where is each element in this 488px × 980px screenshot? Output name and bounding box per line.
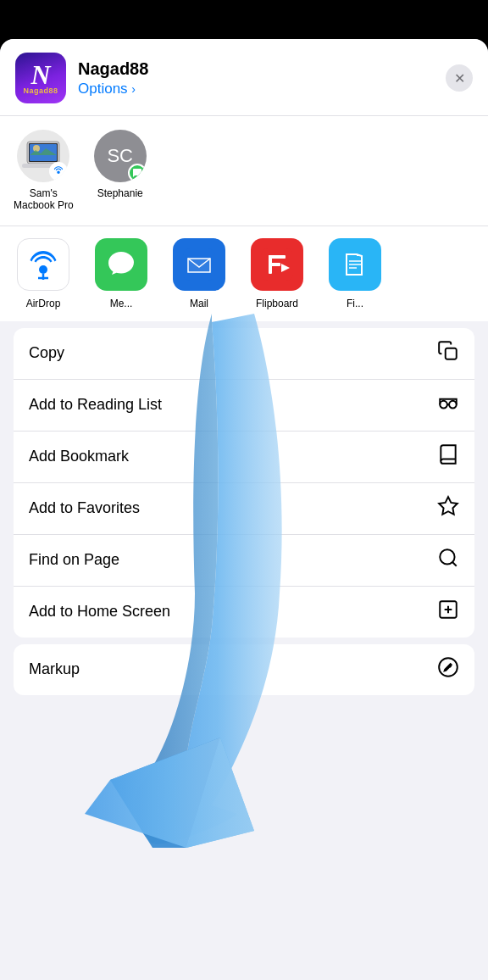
options-link[interactable]: Options › [78,81,434,97]
message-badge [128,164,147,182]
files-icon-svg [340,249,370,280]
mail-label: Mail [190,298,208,309]
app-icon-brand: Nagad88 [23,86,58,95]
share-sheet: N Nagad88 Nagad88 Options › ✕ [0,39,488,980]
find-icon [437,547,459,574]
pen-circle-icon-svg [437,656,459,678]
app-title: Nagad88 [78,59,434,79]
close-button[interactable]: ✕ [446,64,473,92]
app-item-airdrop[interactable]: AirDrop [14,238,73,309]
sheet-header: N Nagad88 Nagad88 Options › ✕ [0,39,488,116]
menu-section-1: Copy Add to Reading List A [14,328,474,638]
airdrop-icon-svg [26,248,60,281]
svg-rect-19 [446,348,457,359]
search-icon-svg [437,547,459,569]
add-home-screen-label: Add to Home Screen [29,603,170,621]
menu-item-markup[interactable]: Markup [14,644,474,695]
bookmark-icon [437,443,459,471]
apps-row: AirDrop Me... Mail [0,226,488,328]
flipboard-icon-svg [261,248,293,281]
avatar-initials-sc: SC [107,145,133,167]
app-icon-letter: N [30,61,50,88]
favorites-icon [437,495,459,522]
person-name-stephanie: Stephanie [97,187,143,199]
files-app-icon [329,238,381,291]
menu-section-2: Markup [14,644,474,695]
files-label: Fi... [347,298,363,309]
message-badge-icon [132,168,142,178]
markup-label: Markup [29,660,80,678]
options-chevron: › [131,82,136,96]
star-icon-svg [437,495,459,517]
person-item-stephanie[interactable]: SC Stephanie [91,130,150,212]
airdrop-label: AirDrop [26,298,61,309]
menu-item-add-favorites[interactable]: Add to Favorites [14,483,474,535]
reading-list-label: Add to Reading List [29,396,162,414]
svg-point-21 [449,401,457,409]
menu-item-copy[interactable]: Copy [14,328,474,380]
svg-rect-12 [269,263,280,266]
copy-icon [437,340,459,367]
app-item-messages[interactable]: Me... [92,238,151,309]
svg-marker-23 [439,497,458,515]
airdrop-app-icon [17,238,69,291]
menu-item-find-on-page[interactable]: Find on Page [14,535,474,587]
app-item-files[interactable]: Fi... [325,238,385,309]
person-name-macbook: Sam'sMacbook Pro [14,187,74,212]
people-row: Sam'sMacbook Pro SC Stephanie [0,116,488,226]
home-screen-icon [437,599,459,626]
messages-icon-svg [106,249,136,280]
book-icon-svg [437,443,459,465]
mail-app-icon [173,238,225,291]
add-favorites-label: Add to Favorites [29,499,140,517]
menu-item-reading-list[interactable]: Add to Reading List [14,380,474,432]
svg-line-25 [452,562,457,566]
flipboard-app-icon [251,238,303,291]
messages-app-icon [95,238,147,291]
app-item-flipboard[interactable]: Flipboard [247,238,307,309]
header-text: Nagad88 Options › [78,59,434,97]
copy-label: Copy [29,344,64,362]
avatar-sams-macbook [17,130,69,182]
airdrop-badge-icon [53,165,64,177]
close-icon: ✕ [454,70,465,86]
app-item-mail[interactable]: Mail [169,238,229,309]
plus-square-icon-svg [437,599,459,621]
menu-item-add-bookmark[interactable]: Add Bookmark [14,432,474,483]
svg-point-20 [440,401,447,409]
messages-label: Me... [110,298,133,309]
copy-icon-svg [437,340,459,362]
reading-list-icon [437,392,459,419]
add-bookmark-label: Add Bookmark [29,448,129,465]
markup-icon [437,656,459,683]
person-item-sams-macbook[interactable]: Sam'sMacbook Pro [14,130,74,212]
find-on-page-label: Find on Page [29,551,119,569]
airdrop-badge [49,162,68,181]
svg-point-5 [39,265,47,274]
menu-item-add-home-screen[interactable]: Add to Home Screen [14,587,474,638]
app-icon: N Nagad88 [15,53,66,103]
flipboard-label: Flipboard [256,298,298,309]
avatar-stephanie: SC [94,130,147,182]
mail-icon-svg [183,248,215,281]
svg-point-24 [440,549,454,564]
app-icon-wrap: N Nagad88 [15,53,66,103]
glasses-icon-svg [437,392,459,414]
